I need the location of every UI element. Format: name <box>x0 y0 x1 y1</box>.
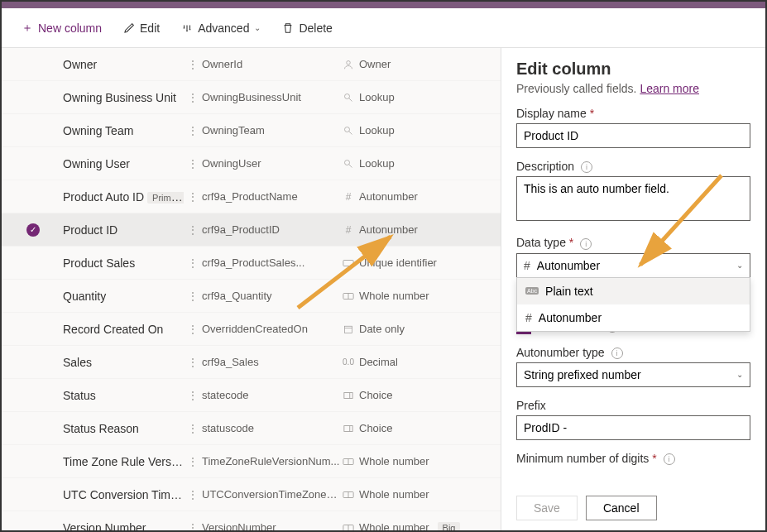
prefix-input[interactable] <box>516 415 750 440</box>
row-menu-button[interactable]: ⋮ <box>184 256 202 270</box>
date-icon <box>343 324 354 334</box>
info-icon[interactable]: i <box>611 347 623 359</box>
data-type: 0.0Decimal <box>343 356 501 368</box>
edit-column-panel: Edit column Previously called fields. Le… <box>501 48 765 530</box>
lookup-icon <box>343 126 354 136</box>
choice-icon <box>343 391 354 400</box>
panel-subtitle: Previously called fields. Learn more <box>516 82 750 95</box>
row-menu-button[interactable]: ⋮ <box>184 422 202 435</box>
chevron-down-icon: ⌄ <box>736 261 743 270</box>
row-menu-button[interactable]: ⋮ <box>184 521 202 531</box>
logical-name: crf9a_Sales <box>202 356 343 368</box>
description-input[interactable] <box>516 176 750 221</box>
data-type: Lookup <box>343 91 501 103</box>
column-name: Sales <box>26 356 184 369</box>
row-menu-button[interactable]: ⋮ <box>184 323 202 336</box>
cancel-button[interactable]: Cancel <box>586 496 657 520</box>
new-column-button[interactable]: ＋ New column <box>13 17 110 40</box>
row-menu-button[interactable]: ⋮ <box>184 157 202 170</box>
row-menu-button[interactable]: ⋮ <box>184 58 202 71</box>
check-icon: ✓ <box>26 223 40 237</box>
table-row[interactable]: Quantity⋮crf9a_QuantityWhole number <box>2 280 501 313</box>
learn-more-link[interactable]: Learn more <box>640 82 699 95</box>
data-type: Whole numberBig <box>343 521 501 530</box>
chevron-down-icon: ⌄ <box>254 23 261 32</box>
table-row[interactable]: UTC Conversion Time Zone Code...⋮UTCConv… <box>2 478 501 511</box>
table-row[interactable]: Product Auto IDPrimary name colu⋮crf9a_P… <box>2 180 501 213</box>
row-menu-button[interactable]: ⋮ <box>184 190 202 204</box>
prefix-label: Prefix <box>516 399 750 412</box>
edit-button[interactable]: Edit <box>115 17 168 40</box>
column-name: Owner <box>26 58 184 71</box>
data-type: Unique identifier <box>343 256 501 269</box>
info-icon[interactable]: i <box>581 161 592 173</box>
table-row[interactable]: Time Zone Rule Version Number⋮TimeZoneRu… <box>2 445 501 478</box>
hash-icon: # <box>343 224 354 236</box>
hash-icon: # <box>524 259 530 272</box>
data-type: Lookup <box>343 157 501 170</box>
display-name-input[interactable] <box>516 123 750 148</box>
autonumber-type-select[interactable]: String prefixed number ⌄ <box>516 362 750 387</box>
svg-line-4 <box>349 131 352 134</box>
table-row[interactable]: Status Reason⋮statuscodeChoice <box>2 412 501 445</box>
table-row[interactable]: Owning Team⋮OwningTeamLookup <box>2 114 501 147</box>
delete-button[interactable]: Delete <box>274 17 340 40</box>
pencil-icon <box>123 22 135 34</box>
option-plain-text[interactable]: Abc Plain text <box>517 278 750 304</box>
info-icon[interactable]: i <box>664 453 675 465</box>
info-icon[interactable]: i <box>580 238 592 250</box>
advanced-label: Advanced <box>198 22 249 35</box>
data-type: #Autonumber <box>343 190 501 203</box>
svg-point-1 <box>345 93 350 98</box>
description-label: Description i <box>516 160 750 173</box>
row-menu-button[interactable]: ⋮ <box>184 356 202 369</box>
data-type: Date only <box>343 323 501 335</box>
table-row[interactable]: Owning Business Unit⋮OwningBusinessUnitL… <box>2 81 501 114</box>
svg-line-6 <box>349 164 352 167</box>
table-row[interactable]: Version Number⋮VersionNumberWhole number… <box>2 511 501 530</box>
table-row[interactable]: Sales⋮crf9a_Sales0.0Decimal <box>2 346 501 379</box>
advanced-button[interactable]: Advanced ⌄ <box>173 17 269 40</box>
row-menu-button[interactable]: ⋮ <box>184 455 202 468</box>
row-menu-button[interactable]: ⋮ <box>184 488 202 501</box>
column-name: Owning Team <box>26 124 184 137</box>
row-menu-button[interactable]: ⋮ <box>184 124 202 137</box>
data-type: Whole number <box>343 455 501 467</box>
table-row[interactable]: Product Sales⋮crf9a_ProductSales...Uniqu… <box>2 247 501 280</box>
panel-title: Edit column <box>516 60 750 79</box>
choice-icon <box>343 424 354 433</box>
logical-name: OwnerId <box>202 58 343 70</box>
uid-icon <box>343 259 354 267</box>
hash-icon: # <box>343 191 354 203</box>
column-name: Owning Business Unit <box>26 91 184 104</box>
logical-name: statuscode <box>202 422 343 434</box>
data-type: Lookup <box>343 124 501 137</box>
column-name: Status Reason <box>26 422 184 435</box>
column-name: Product ID <box>26 223 184 237</box>
table-row[interactable]: ✓Product ID⋮crf9a_ProductID#Autonumber <box>2 213 501 247</box>
svg-point-3 <box>345 127 350 132</box>
lookup-icon <box>343 159 354 169</box>
option-autonumber[interactable]: # Autonumber <box>517 304 750 331</box>
column-name: Version Number <box>26 521 184 531</box>
logical-name: UTCConversionTimeZoneC... <box>202 488 343 501</box>
row-menu-button[interactable]: ⋮ <box>184 223 202 237</box>
row-menu-button[interactable]: ⋮ <box>184 290 202 303</box>
logical-name: crf9a_Quantity <box>202 290 343 302</box>
table-row[interactable]: Owning User⋮OwningUserLookup <box>2 147 501 180</box>
edit-label: Edit <box>140 22 160 35</box>
table-row[interactable]: Status⋮statecodeChoice <box>2 379 501 412</box>
row-menu-button[interactable]: ⋮ <box>184 389 202 402</box>
plus-icon: ＋ <box>22 22 33 34</box>
svg-rect-10 <box>345 326 352 333</box>
data-type-select[interactable]: #Autonumber ⌄ Abc Plain text # Autonumbe… <box>516 253 750 278</box>
logical-name: crf9a_ProductID <box>202 223 343 236</box>
data-type-dropdown: Abc Plain text # Autonumber <box>516 277 750 332</box>
save-button[interactable]: Save <box>516 496 578 520</box>
table-row[interactable]: Record Created On⋮OverriddenCreatedOnDat… <box>2 313 501 346</box>
lookup-icon <box>343 93 354 103</box>
columns-grid: Owner⋮OwnerIdOwnerOwning Business Unit⋮O… <box>2 48 501 530</box>
autonumber-type-label: Autonumber type i <box>516 346 750 359</box>
row-menu-button[interactable]: ⋮ <box>184 91 202 104</box>
table-row[interactable]: Owner⋮OwnerIdOwner <box>2 48 501 81</box>
